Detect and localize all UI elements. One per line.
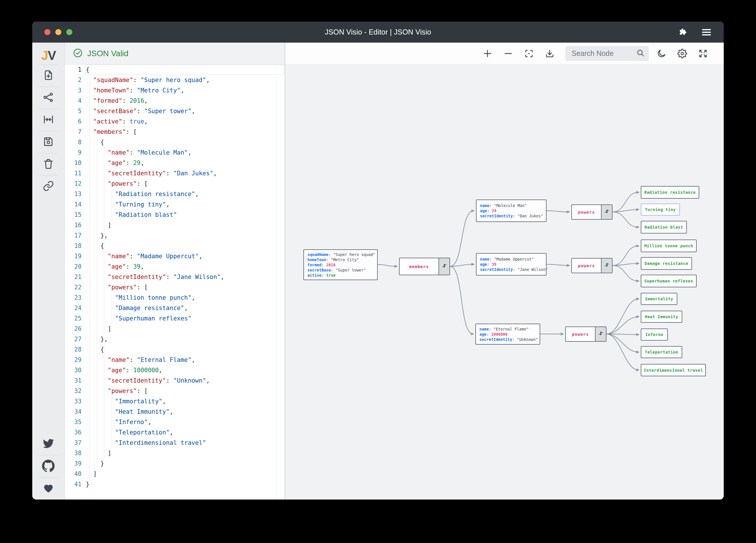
- editor-line[interactable]: 29"name": "Eternal Flame",: [65, 355, 285, 365]
- graph-node-leaf-11[interactable]: Interdimensional travel: [641, 364, 706, 376]
- graph-node-leaf-5[interactable]: Damage resistance: [641, 257, 692, 270]
- line-number: 30: [65, 365, 82, 375]
- editor-line[interactable]: 17},: [65, 230, 285, 241]
- node-label: powers: [572, 205, 601, 219]
- zoom-out-button[interactable]: [500, 46, 516, 62]
- collapse-node-button[interactable]: [601, 259, 612, 272]
- graph-node-members[interactable]: members: [399, 258, 450, 275]
- editor-line[interactable]: 16]: [65, 220, 285, 230]
- graph-toolbar: [285, 43, 724, 65]
- code-text: ]: [82, 469, 97, 479]
- json-code-editor[interactable]: 1{2"squadName": "Super hero squad",3"hom…: [65, 65, 285, 499]
- editor-line[interactable]: 36"Teleportation",: [65, 427, 285, 438]
- graph-node-powers-2[interactable]: powers: [571, 258, 613, 273]
- search-node-input[interactable]: [572, 49, 636, 58]
- validation-label: JSON Valid: [87, 49, 128, 58]
- editor-line[interactable]: 41}: [65, 479, 285, 489]
- graph-view-button[interactable]: [32, 87, 65, 109]
- editor-line[interactable]: 10"age": 29,: [65, 158, 285, 168]
- editor-line[interactable]: 4"formed": 2016,: [65, 96, 285, 106]
- editor-line[interactable]: 7"members": [: [65, 127, 285, 137]
- graph-node-leaf-4[interactable]: Million tonne punch: [641, 240, 697, 252]
- graph-edge: [547, 211, 569, 212]
- graph-node-leaf-1[interactable]: Radiation resistance: [641, 186, 699, 199]
- editor-line[interactable]: 28{: [65, 344, 285, 355]
- share-link-button[interactable]: [32, 176, 65, 198]
- editor-line[interactable]: 21"secretIdentity": "Jane Wilson",: [65, 272, 285, 282]
- graph-node-member-1[interactable]: name: "Molecule Man"age: 29secretIdentit…: [476, 200, 547, 222]
- graph-node-powers-3[interactable]: powers: [565, 326, 606, 342]
- settings-button[interactable]: [674, 46, 690, 62]
- menu-hamburger-icon[interactable]: [701, 28, 712, 37]
- editor-line[interactable]: 9"name": "Molecule Man",: [65, 148, 285, 158]
- editor-line[interactable]: 11"secretIdentity": "Dan Jukes",: [65, 168, 285, 179]
- graph-node-leaf-2[interactable]: Turning tiny: [641, 204, 680, 216]
- editor-line[interactable]: 37"Interdimensional travel": [65, 438, 285, 448]
- editor-line[interactable]: 3"homeTown": "Metro City",: [65, 85, 285, 96]
- center-view-button[interactable]: [32, 109, 65, 131]
- dark-mode-button[interactable]: [653, 46, 670, 62]
- collapse-node-button[interactable]: [595, 327, 606, 341]
- editor-line[interactable]: 13"Radiation resistance",: [65, 189, 285, 199]
- editor-line[interactable]: 31"secretIdentity": "Unknown",: [65, 375, 285, 386]
- editor-line[interactable]: 27},: [65, 334, 285, 344]
- zoom-in-button[interactable]: [479, 46, 496, 62]
- editor-line[interactable]: 14"Turning tiny",: [65, 199, 285, 210]
- editor-line[interactable]: 5"secretBase": "Super tower",: [65, 106, 285, 116]
- editor-line[interactable]: 15"Radiation blast": [65, 210, 285, 220]
- editor-line[interactable]: 35"Inferno",: [65, 417, 285, 427]
- focus-view-button[interactable]: [521, 46, 537, 62]
- code-text: "homeTown": "Metro City",: [82, 85, 184, 96]
- graph-node-root[interactable]: squadName: "Super hero squad"homeTown: "…: [303, 249, 378, 280]
- graph-node-member-3[interactable]: name: "Eternal Flame"age: 1000000secretI…: [475, 323, 540, 345]
- sponsor-button[interactable]: [32, 478, 65, 499]
- editor-line[interactable]: 30"age": 1000000,: [65, 365, 285, 375]
- editor-line[interactable]: 24"Damage resistance",: [65, 303, 285, 313]
- editor-line[interactable]: 26]: [65, 323, 285, 334]
- graph-node-leaf-3[interactable]: Radiation blast: [641, 221, 687, 234]
- graph-canvas[interactable]: squadName: "Super hero squad"homeTown: "…: [285, 65, 724, 499]
- line-number: 12: [65, 179, 82, 189]
- twitter-button[interactable]: [32, 433, 65, 455]
- editor-line[interactable]: 32"powers": [: [65, 386, 285, 396]
- collapse-node-button[interactable]: [601, 205, 612, 219]
- leaf-value: Heat Immunity: [645, 314, 678, 319]
- line-number: 23: [65, 292, 82, 303]
- graph-node-powers-1[interactable]: powers: [571, 205, 613, 220]
- graph-node-leaf-6[interactable]: Superhuman reflexes: [641, 275, 697, 287]
- github-button[interactable]: [32, 455, 65, 477]
- code-text: "squadName": "Super hero squad",: [82, 75, 210, 85]
- graph-node-leaf-9[interactable]: Inferno: [641, 328, 668, 340]
- editor-line[interactable]: 25"Superhuman reflexes": [65, 313, 285, 323]
- collapse-node-button[interactable]: [439, 258, 449, 275]
- graph-node-member-2[interactable]: name: "Madame Uppercut"age: 39secretIden…: [476, 253, 547, 275]
- editor-line[interactable]: 40]: [65, 469, 285, 479]
- editor-line[interactable]: 2"squadName": "Super hero squad",: [65, 75, 285, 85]
- extension-puzzle-icon[interactable]: [678, 27, 688, 37]
- editor-line[interactable]: 12"powers": [: [65, 179, 285, 189]
- app-logo[interactable]: JV: [41, 47, 56, 65]
- graph-node-leaf-7[interactable]: Immortality: [641, 293, 677, 305]
- editor-line[interactable]: 22"powers": [: [65, 282, 285, 292]
- new-document-button[interactable]: [32, 65, 65, 87]
- editor-line[interactable]: 23"Million tonne punch",: [65, 292, 285, 303]
- search-node-box[interactable]: [565, 46, 649, 61]
- editor-line[interactable]: 6"active": true,: [65, 116, 285, 127]
- graph-edge: [606, 299, 638, 334]
- graph-node-leaf-8[interactable]: Heat Immunity: [641, 311, 682, 323]
- download-button[interactable]: [542, 46, 558, 62]
- delete-button[interactable]: [32, 154, 65, 175]
- line-number: 16: [65, 220, 82, 230]
- editor-line[interactable]: 8{: [65, 137, 285, 148]
- editor-line[interactable]: 19"name": "Madame Uppercut",: [65, 251, 285, 262]
- editor-line[interactable]: 20"age": 39,: [65, 262, 285, 272]
- graph-node-leaf-10[interactable]: Teleportation: [641, 346, 682, 358]
- line-number: 40: [65, 469, 82, 479]
- editor-line[interactable]: 18{: [65, 241, 285, 251]
- fullscreen-button[interactable]: [695, 46, 711, 62]
- editor-line[interactable]: 39}: [65, 458, 285, 469]
- editor-line[interactable]: 38]: [65, 448, 285, 458]
- editor-line[interactable]: 33"Immortality",: [65, 396, 285, 406]
- editor-line[interactable]: 34"Heat Immunity",: [65, 406, 285, 417]
- save-button[interactable]: [32, 131, 65, 153]
